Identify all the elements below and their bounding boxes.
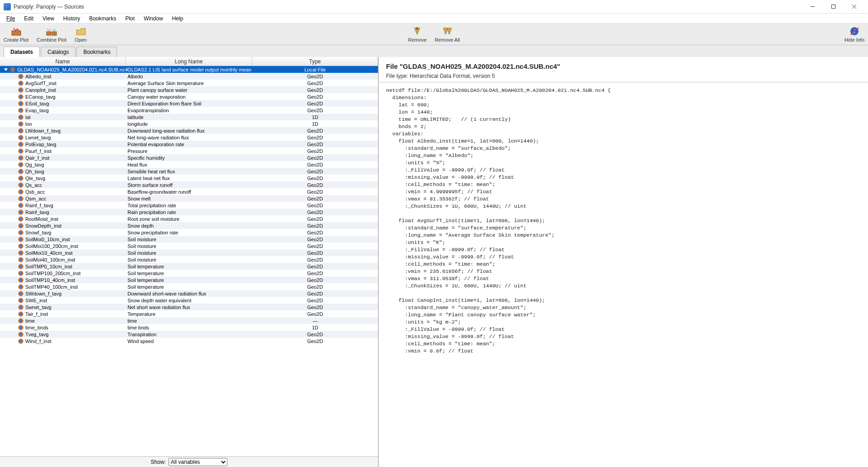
- table-row[interactable]: timetime—: [0, 317, 378, 324]
- table-row[interactable]: Qsm_accSnow meltGeo2D: [0, 195, 378, 202]
- row-name: SoilTMP0_10cm_inst: [25, 264, 72, 269]
- table-row[interactable]: SoilTMP40_100cm_instSoil temperatureGeo2…: [0, 283, 378, 290]
- menu-help[interactable]: Help: [168, 14, 188, 23]
- variable-icon: [18, 148, 24, 154]
- variable-icon: [18, 87, 24, 93]
- close-button[interactable]: [844, 0, 864, 14]
- menubar: File Edit View History Bookmarks Plot Wi…: [0, 14, 868, 24]
- hide-info-icon: i: [849, 26, 860, 36]
- table-row[interactable]: PotEvap_tavgPotential evaporation rateGe…: [0, 141, 378, 148]
- table-row[interactable]: time_bndstime bnds1D: [0, 324, 378, 331]
- hide-info-button[interactable]: i Hide Info: [844, 26, 864, 43]
- row-long: Pressure: [126, 148, 252, 154]
- table-row[interactable]: Rainf_tavgRain precipitation rateGeo2D: [0, 209, 378, 215]
- row-long: Plant canopy surface water: [126, 86, 252, 93]
- table-row[interactable]: Qsb_accBaseflow-groundwater runoffGeo2D: [0, 188, 378, 195]
- table-row[interactable]: SoilMoi100_200cm_instSoil moistureGeo2D: [0, 243, 378, 249]
- table-row[interactable]: SoilMoi40_100cm_instSoil moistureGeo2D: [0, 256, 378, 263]
- maximize-button[interactable]: [823, 0, 844, 14]
- row-name: Wind_f_inst: [25, 338, 51, 344]
- table-row[interactable]: Evap_tavgEvapotranspirationGeo2D: [0, 107, 378, 114]
- variable-icon: [18, 223, 24, 229]
- menu-window[interactable]: Window: [139, 14, 168, 23]
- row-type: Geo2D: [252, 304, 378, 310]
- table-row[interactable]: Qs_accStorm surface runoffGeo2D: [0, 181, 378, 188]
- table-row[interactable]: lonlongitude1D: [0, 120, 378, 127]
- table-row[interactable]: SoilMoi10_40cm_instSoil moistureGeo2D: [0, 249, 378, 256]
- table-body[interactable]: GLDAS_NOAH025_M.A200204.021.nc4.SUB.nc4G…: [0, 66, 378, 456]
- table-row[interactable]: Qh_tavgSensible heat net fluxGeo2D: [0, 168, 378, 175]
- col-type[interactable]: Type: [252, 57, 378, 66]
- row-long: Latent heat net flux: [126, 175, 252, 181]
- row-name: Lwnet_tavg: [25, 135, 51, 140]
- variable-icon: [18, 121, 24, 127]
- table-row[interactable]: LWdown_f_tavgDownward long-wave radiatio…: [0, 127, 378, 134]
- col-name[interactable]: Name: [0, 57, 126, 66]
- variable-icon: [18, 298, 24, 303]
- row-long: Soil moisture: [126, 236, 252, 243]
- tree-expand-icon[interactable]: [4, 67, 8, 72]
- row-type: Local File: [252, 66, 378, 73]
- create-plot-button[interactable]: Create Plot: [4, 26, 28, 43]
- tab-catalogs[interactable]: Catalogs: [41, 47, 75, 57]
- table-row[interactable]: Wind_f_instWind speedGeo2D: [0, 338, 378, 344]
- menu-view[interactable]: View: [38, 14, 59, 23]
- open-label: Open: [75, 37, 87, 43]
- table-row[interactable]: SWE_instSnow depth water equivalentGeo2D: [0, 297, 378, 304]
- table-row[interactable]: RootMoist_instRoot zone soil moistureGeo…: [0, 215, 378, 222]
- table-row[interactable]: Albedo_instAlbedoGeo2D: [0, 73, 378, 80]
- table-row[interactable]: Rainf_f_tavgTotal precipitation rateGeo2…: [0, 202, 378, 209]
- table-row[interactable]: Qair_f_instSpecific humidityGeo2D: [0, 154, 378, 161]
- table-row[interactable]: CanopInt_instPlant canopy surface waterG…: [0, 86, 378, 93]
- table-row[interactable]: Tair_f_instTemperatureGeo2D: [0, 310, 378, 317]
- col-long-name[interactable]: Long Name: [126, 57, 252, 66]
- table-row[interactable]: SoilTMP10_40cm_instSoil temperatureGeo2D: [0, 276, 378, 283]
- combine-plot-button[interactable]: Combine Plot: [37, 26, 66, 43]
- variable-icon: [18, 237, 24, 242]
- row-name: Qh_tavg: [25, 169, 44, 174]
- tab-datasets[interactable]: Datasets: [4, 47, 40, 57]
- table-row[interactable]: Tveg_tavgTranspirationGeo2D: [0, 331, 378, 338]
- tab-bookmarks[interactable]: Bookmarks: [76, 47, 117, 57]
- variable-icon: [18, 114, 24, 120]
- table-row[interactable]: Psurf_f_instPressureGeo2D: [0, 148, 378, 154]
- table-row[interactable]: ECanop_tavgCanopy water evaporationGeo2D: [0, 93, 378, 100]
- filter-select[interactable]: All variables: [169, 458, 227, 466]
- table-row[interactable]: Lwnet_tavgNet long-wave radiation fluxGe…: [0, 134, 378, 141]
- dataset-file-icon: [10, 67, 15, 72]
- menu-bookmarks[interactable]: Bookmarks: [85, 14, 121, 23]
- menu-history[interactable]: History: [59, 14, 85, 23]
- table-header: Name Long Name Type: [0, 57, 378, 66]
- remove-button[interactable]: Remove: [408, 26, 427, 43]
- table-row[interactable]: SoilMoi0_10cm_instSoil moistureGeo2D: [0, 236, 378, 243]
- info-panel: File "GLDAS_NOAH025_M.A200204.021.nc4.SU…: [379, 57, 868, 467]
- row-long: Snow depth water equivalent: [126, 297, 252, 304]
- table-row[interactable]: GLDAS_NOAH025_M.A200204.021.nc4.SUB.nc4G…: [0, 66, 378, 73]
- variable-icon: [18, 332, 24, 337]
- row-long: Storm surface runoff: [126, 181, 252, 188]
- table-row[interactable]: Qg_tavgHeat fluxGeo2D: [0, 161, 378, 168]
- table-row[interactable]: AvgSurfT_instAverage Surface Skin temper…: [0, 80, 378, 86]
- menu-edit[interactable]: Edit: [19, 14, 38, 23]
- row-long: latitude: [126, 114, 252, 120]
- table-row[interactable]: Swnet_tavgNet short wave radiation fluxG…: [0, 304, 378, 310]
- table-row[interactable]: SnowDepth_instSnow depthGeo2D: [0, 222, 378, 229]
- table-row[interactable]: SoilTMP100_200cm_instSoil temperatureGeo…: [0, 270, 378, 276]
- table-row[interactable]: latlatitude1D: [0, 114, 378, 120]
- table-row[interactable]: SoilTMP0_10cm_instSoil temperatureGeo2D: [0, 263, 378, 270]
- table-row[interactable]: Snowf_tavgSnow precipitation rateGeo2D: [0, 229, 378, 236]
- row-name: ESoil_tavg: [25, 101, 49, 106]
- menu-file[interactable]: File: [2, 14, 19, 23]
- open-icon: [75, 26, 86, 36]
- table-row[interactable]: SWdown_f_tavgDownward short-wave radiati…: [0, 290, 378, 297]
- table-row[interactable]: Qle_tavgLatent heat net fluxGeo2D: [0, 175, 378, 181]
- info-filetype: File type: Hierarchical Data Format, ver…: [379, 73, 868, 82]
- table-row[interactable]: ESoil_tavgDirect Evaporation from Bare S…: [0, 100, 378, 107]
- variable-icon: [18, 155, 24, 161]
- minimize-button[interactable]: [802, 0, 823, 14]
- remove-all-button[interactable]: Remove All: [435, 26, 460, 43]
- menu-plot[interactable]: Plot: [121, 14, 139, 23]
- info-dump[interactable]: netcdf file:/E:/Global%20GLDAS/GLDAS_NOA…: [379, 82, 868, 467]
- open-button[interactable]: Open: [75, 26, 87, 43]
- row-long: Sensible heat net flux: [126, 168, 252, 175]
